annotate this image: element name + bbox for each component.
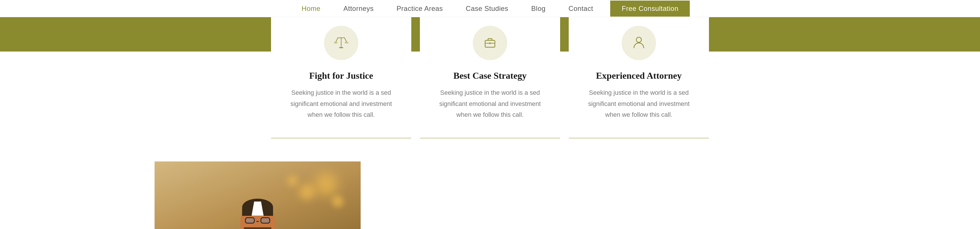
svg-rect-1 xyxy=(337,38,345,38)
person-glasses xyxy=(245,217,270,224)
card-1-body: Seeking justice in the world is a sed si… xyxy=(271,87,411,121)
card-fight-for-justice: Fight for Justice Seeking justice in the… xyxy=(271,17,411,138)
svg-point-10 xyxy=(636,37,641,42)
attorney-portrait xyxy=(154,161,361,229)
free-consultation-button[interactable]: Free Consultation xyxy=(610,1,690,17)
svg-rect-6 xyxy=(339,47,343,48)
feature-cards-section: Fight for Justice Seeking justice in the… xyxy=(0,17,980,138)
nav-bar-inner: Home Attorneys Practice Areas Case Studi… xyxy=(290,1,690,17)
nose-bridge xyxy=(256,221,259,222)
card-experienced-attorney: Experienced Attorney Seeking justice in … xyxy=(569,17,709,138)
card-1-title: Fight for Justice xyxy=(309,70,373,81)
svg-line-2 xyxy=(336,38,338,42)
bokeh-light-4 xyxy=(288,176,298,186)
nav-link-case-studies[interactable]: Case Studies xyxy=(454,5,520,13)
nav-link-contact[interactable]: Contact xyxy=(557,5,605,13)
bokeh-light-3 xyxy=(332,196,344,207)
svg-line-4 xyxy=(345,38,347,42)
page-layout: Home Attorneys Practice Areas Case Studi… xyxy=(0,0,980,229)
svg-point-3 xyxy=(334,42,338,43)
card-2-title: Best Case Strategy xyxy=(453,70,527,81)
card-2-body: Seeking justice in the world is a sed si… xyxy=(420,87,560,121)
card-best-case-strategy: Best Case Strategy Seeking justice in th… xyxy=(420,17,560,138)
person-figure xyxy=(215,202,301,229)
person-beard xyxy=(244,227,271,229)
nav-link-blog[interactable]: Blog xyxy=(520,5,557,13)
bokeh-light-1 xyxy=(315,173,338,196)
svg-rect-9 xyxy=(489,42,491,44)
best-case-strategy-icon-circle xyxy=(473,26,507,60)
right-lens xyxy=(261,217,270,224)
fight-for-justice-icon-circle xyxy=(324,26,358,60)
briefcase-icon xyxy=(482,35,498,51)
nav-link-practice-areas[interactable]: Practice Areas xyxy=(385,5,455,13)
card-3-body: Seeking justice in the world is a sed si… xyxy=(569,87,709,121)
portrait-section xyxy=(0,161,980,229)
card-3-title: Experienced Attorney xyxy=(596,70,682,81)
nav-link-attorneys[interactable]: Attorneys xyxy=(332,5,385,13)
experienced-attorney-icon-circle xyxy=(622,26,656,60)
person-icon xyxy=(631,35,647,51)
left-lens xyxy=(245,217,255,224)
svg-point-5 xyxy=(345,42,348,43)
nav-link-home[interactable]: Home xyxy=(290,5,332,13)
scale-icon xyxy=(333,35,349,51)
navbar: Home Attorneys Practice Areas Case Studi… xyxy=(0,0,980,17)
bokeh-light-2 xyxy=(299,184,315,200)
page-body: Fight for Justice Seeking justice in the… xyxy=(0,0,980,229)
svg-rect-0 xyxy=(341,38,342,48)
